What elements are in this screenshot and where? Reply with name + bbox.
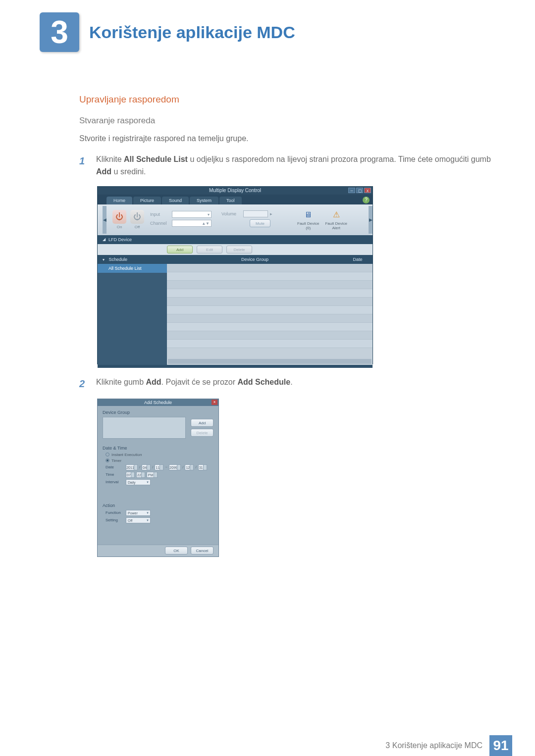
mdc-main-panel: Device Group Date bbox=[167, 255, 373, 365]
setting-label: Setting bbox=[106, 518, 124, 522]
channel-spinner[interactable]: ▲▼ bbox=[172, 220, 212, 227]
setting-dropdown[interactable]: Off bbox=[126, 517, 151, 523]
subsection-heading: Stvaranje rasporeda bbox=[79, 116, 495, 126]
instant-execution-radio[interactable]: Instant Execution bbox=[106, 453, 214, 457]
date-to-month[interactable]: 12 bbox=[185, 464, 194, 470]
tab-tool[interactable]: Tool bbox=[219, 197, 242, 204]
sidebar-item-all-schedule-list[interactable]: All Schedule List bbox=[98, 264, 167, 273]
table-row bbox=[167, 314, 373, 323]
device-group-add-button[interactable]: Add bbox=[191, 419, 214, 427]
date-from-month[interactable]: 04 bbox=[142, 464, 151, 470]
step-text: Kliknite gumb Add. Pojavit će se prozor … bbox=[96, 376, 293, 392]
power-icon: ⏻ bbox=[130, 210, 144, 224]
help-icon[interactable]: ? bbox=[363, 197, 370, 203]
table-row bbox=[167, 323, 373, 331]
dialog-titlebar: Add Schedule x bbox=[98, 399, 218, 406]
step-1: 1 Kliknite All Schedule List u odjeljku … bbox=[79, 153, 495, 178]
table-row bbox=[167, 264, 373, 272]
date-from-day[interactable]: 11 bbox=[155, 464, 163, 470]
date-label: Date bbox=[106, 465, 124, 469]
ribbon-nav-left[interactable]: ◀ bbox=[103, 206, 107, 234]
time-hour[interactable]: 07 bbox=[126, 472, 135, 478]
intro-text: Stvorite i registrirajte raspored na tem… bbox=[79, 133, 495, 145]
time-minute[interactable]: 22 bbox=[136, 472, 145, 478]
table-body bbox=[167, 264, 373, 348]
fault-device-count[interactable]: 🖥 Fault Device (0) bbox=[297, 209, 319, 230]
function-label: Function bbox=[106, 510, 124, 515]
power-off-button[interactable]: ⏻ Off bbox=[129, 210, 145, 229]
interval-label: Interval bbox=[106, 480, 124, 484]
delete-button[interactable]: Delete bbox=[226, 246, 252, 253]
fault-device-alert[interactable]: ⚠ Fault Device Alert bbox=[325, 209, 347, 230]
lfd-device-row[interactable]: ◢ LFD Device bbox=[98, 235, 373, 244]
footer-chapter-ref: 3 Korištenje aplikacije MDC bbox=[385, 741, 482, 750]
chapter-title: Korištenje aplikacije MDC bbox=[89, 23, 295, 42]
date-from-year[interactable]: 2011 bbox=[126, 464, 138, 470]
date-to-day[interactable]: 31 bbox=[198, 464, 207, 470]
table-row bbox=[167, 281, 373, 289]
footer-page-number: 91 bbox=[489, 735, 512, 756]
edit-button[interactable]: Edit bbox=[197, 246, 222, 253]
power-on-button[interactable]: ⏻ On bbox=[111, 210, 127, 229]
mdc-titlebar: Multiple Display Control – ◻ x bbox=[98, 187, 373, 195]
date-to-year[interactable]: 2099 bbox=[169, 464, 181, 470]
horizontal-scrollbar[interactable] bbox=[168, 359, 372, 364]
mdc-window: Multiple Display Control – ◻ x Home Pict… bbox=[97, 186, 373, 364]
collapse-icon: ◢ bbox=[103, 237, 106, 242]
warning-icon: ⚠ bbox=[330, 209, 343, 220]
sidebar-item-schedule[interactable]: ▾ Schedule bbox=[98, 255, 167, 264]
tab-picture[interactable]: Picture bbox=[133, 197, 161, 204]
tab-sound[interactable]: Sound bbox=[162, 197, 189, 204]
close-button[interactable]: x bbox=[212, 400, 217, 405]
close-button[interactable]: x bbox=[364, 188, 371, 193]
tab-system[interactable]: System bbox=[190, 197, 218, 204]
schedule-action-bar: Add Edit Delete bbox=[98, 244, 373, 255]
table-row bbox=[167, 272, 373, 281]
col-date: Date bbox=[343, 257, 373, 262]
time-ampm[interactable]: PM bbox=[147, 472, 158, 478]
maximize-button[interactable]: ◻ bbox=[356, 188, 363, 193]
col-device-group: Device Group bbox=[167, 257, 343, 262]
channel-label: Channel bbox=[150, 221, 170, 226]
device-group-label: Device Group bbox=[103, 410, 214, 415]
ok-button[interactable]: OK bbox=[165, 547, 188, 554]
monitor-icon: 🖥 bbox=[302, 209, 315, 220]
power-icon: ⏻ bbox=[112, 210, 126, 224]
mdc-sidebar: ▾ Schedule All Schedule List bbox=[98, 255, 167, 365]
ribbon-nav-right[interactable]: ▶ bbox=[369, 206, 373, 234]
input-dropdown[interactable]: ▾ bbox=[172, 211, 212, 218]
table-row bbox=[167, 340, 373, 348]
mdc-tabs: Home Picture Sound System Tool bbox=[98, 195, 373, 204]
page-footer: 3 Korištenje aplikacije MDC 91 bbox=[0, 735, 535, 756]
action-label: Action bbox=[103, 503, 214, 508]
expand-icon: ▾ bbox=[103, 257, 105, 262]
step-2: 2 Kliknite gumb Add. Pojavit će se prozo… bbox=[79, 376, 495, 392]
chapter-number-badge: 3 bbox=[40, 12, 79, 52]
add-button[interactable]: Add bbox=[167, 246, 193, 253]
tab-home[interactable]: Home bbox=[107, 197, 132, 204]
radio-icon bbox=[106, 453, 109, 456]
radio-icon bbox=[106, 458, 109, 462]
function-dropdown[interactable]: Power bbox=[126, 510, 151, 516]
step-number: 2 bbox=[79, 376, 88, 392]
timer-radio[interactable]: Timer bbox=[106, 458, 214, 463]
mdc-ribbon: ◀ ⏻ On ⏻ Off Input ▾ bbox=[98, 204, 373, 235]
add-schedule-dialog: Add Schedule x Device Group Add Delete D… bbox=[97, 399, 219, 557]
date-time-label: Date & Time bbox=[103, 446, 214, 451]
minimize-button[interactable]: – bbox=[348, 188, 355, 193]
volume-slider[interactable] bbox=[243, 210, 268, 217]
interval-dropdown[interactable]: Daily bbox=[126, 479, 151, 485]
volume-label: Volume bbox=[221, 211, 241, 216]
step-text: Kliknite All Schedule List u odjeljku s … bbox=[96, 153, 495, 178]
cancel-button[interactable]: Cancel bbox=[191, 547, 214, 554]
table-header: Device Group Date bbox=[167, 255, 373, 264]
table-row bbox=[167, 306, 373, 314]
step-number: 1 bbox=[79, 153, 88, 178]
section-heading: Upravljanje rasporedom bbox=[79, 94, 495, 105]
table-row bbox=[167, 331, 373, 340]
device-group-delete-button[interactable]: Delete bbox=[191, 429, 214, 437]
time-label: Time bbox=[106, 472, 124, 477]
mute-button[interactable]: Mute bbox=[250, 219, 270, 227]
mdc-statusbar bbox=[98, 365, 373, 368]
device-group-list[interactable] bbox=[103, 417, 186, 439]
